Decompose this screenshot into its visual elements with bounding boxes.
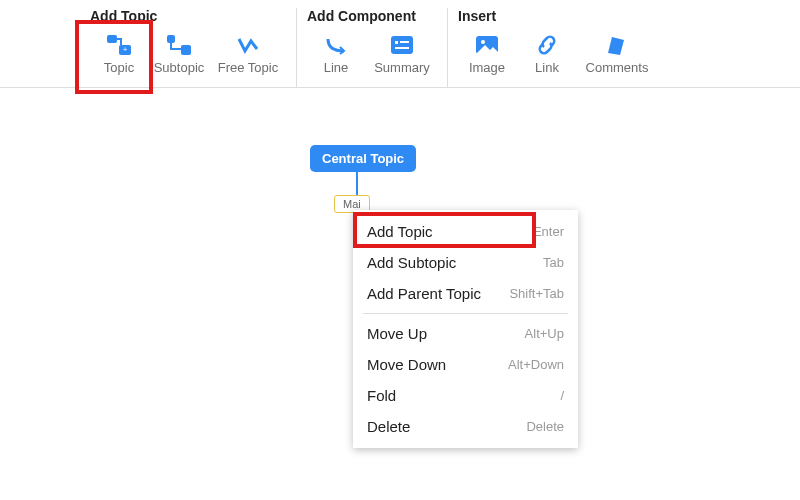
menu-shortcut: Tab [543,255,564,270]
svg-rect-7 [400,41,409,43]
svg-rect-8 [395,47,409,49]
image-button[interactable]: Image [458,30,516,79]
menu-delete[interactable]: Delete Delete [353,411,578,442]
group-add-component: Add Component Line Summary [296,8,447,87]
menu-shortcut: / [560,388,564,403]
highlight-menu-add-topic [353,212,536,248]
menu-shortcut: Alt+Up [525,326,564,341]
menu-shortcut: Enter [533,224,564,239]
highlight-topic-button [75,20,153,94]
menu-label: Move Down [367,356,446,373]
menu-add-subtopic[interactable]: Add Subtopic Tab [353,247,578,278]
freetopic-label: Free Topic [210,60,286,75]
menu-label: Move Up [367,325,427,342]
comments-icon [603,34,631,56]
subtopic-label: Subtopic [154,60,205,75]
svg-rect-4 [181,45,191,55]
comments-button[interactable]: Comments [578,30,656,79]
line-label: Line [324,60,349,75]
menu-shortcut: Alt+Down [508,357,564,372]
svg-rect-6 [395,41,398,44]
line-icon [322,34,350,56]
link-button[interactable]: Link [518,30,576,79]
subtopic-button[interactable]: Subtopic [150,30,208,79]
central-topic-node[interactable]: Central Topic [310,145,416,172]
svg-point-10 [481,40,485,44]
line-button[interactable]: Line [307,30,365,79]
menu-label: Add Subtopic [367,254,456,271]
menu-move-up[interactable]: Move Up Alt+Up [353,318,578,349]
summary-icon [388,34,416,56]
group-title-insert: Insert [458,8,656,24]
menu-label: Add Parent Topic [367,285,481,302]
connector-line [356,172,358,196]
menu-move-down[interactable]: Move Down Alt+Down [353,349,578,380]
menu-label: Delete [367,418,410,435]
group-title-add-component: Add Component [307,8,437,24]
image-label: Image [469,60,505,75]
summary-label: Summary [374,60,430,75]
comments-label: Comments [586,60,649,75]
svg-rect-3 [167,35,175,43]
link-label: Link [535,60,559,75]
menu-fold[interactable]: Fold / [353,380,578,411]
menu-label: Fold [367,387,396,404]
menu-add-parent[interactable]: Add Parent Topic Shift+Tab [353,278,578,309]
svg-rect-5 [391,36,413,54]
summary-button[interactable]: Summary [367,30,437,79]
menu-shortcut: Delete [526,419,564,434]
freetopic-button[interactable]: Free Topic [210,30,286,79]
image-icon [473,34,501,56]
freetopic-icon [234,34,262,56]
link-icon [533,34,561,56]
menu-shortcut: Shift+Tab [509,286,564,301]
subtopic-icon [165,34,193,56]
group-insert: Insert Image Link Comments [447,8,666,87]
menu-separator [363,313,568,314]
